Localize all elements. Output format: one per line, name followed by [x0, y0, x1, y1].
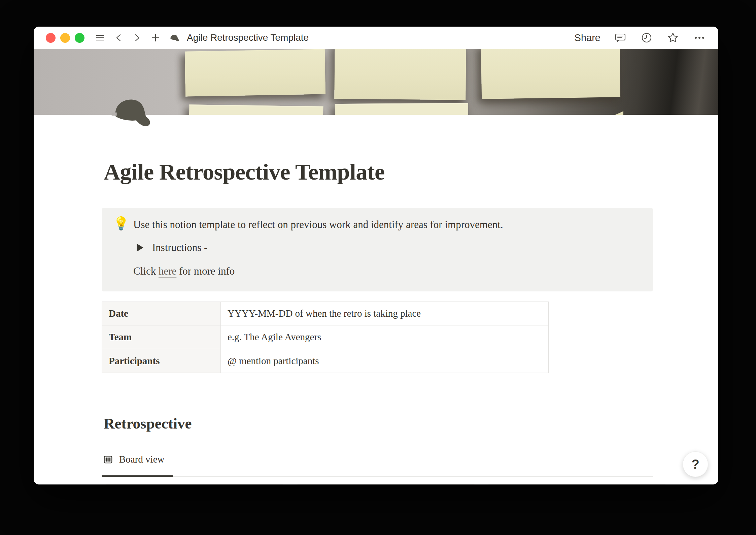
sticky-note: [335, 103, 468, 115]
page-cap-icon[interactable]: [110, 96, 158, 128]
page-cap-icon-small: [169, 34, 181, 42]
link-line-prefix: Click: [133, 265, 156, 277]
section-heading: Retrospective: [104, 415, 192, 432]
instructions-toggle[interactable]: Instructions -: [137, 242, 207, 254]
table-row: Team e.g. The Agile Avengers: [102, 325, 548, 349]
hamburger-menu-icon[interactable]: [95, 32, 105, 43]
board-column: WHAT WENT RIGHT 2: [104, 484, 285, 484]
link-line-suffix: for more info: [179, 265, 235, 277]
title-bar: Agile Retrospective Template Share: [34, 27, 718, 49]
board-view-icon: [103, 454, 113, 465]
notion-window: Agile Retrospective Template Share: [34, 27, 718, 484]
tab-divider: [102, 476, 653, 477]
traffic-lights: [46, 33, 84, 43]
lightbulb-icon: 💡: [113, 216, 129, 231]
table-value-cell[interactable]: @ mention participants: [221, 349, 548, 373]
tab-board-view[interactable]: Board view: [103, 454, 165, 465]
here-link[interactable]: here: [159, 265, 176, 277]
forward-icon[interactable]: [132, 32, 142, 43]
info-table: Date YYYY-MM-DD of when the retro is tak…: [102, 302, 549, 373]
sticky-note: [189, 104, 323, 115]
new-tab-plus-icon[interactable]: [150, 32, 161, 43]
table-row: Participants @ mention participants: [102, 349, 548, 373]
sticky-note: [603, 110, 623, 115]
titlebar-actions: Share: [575, 31, 706, 44]
share-button[interactable]: Share: [575, 32, 600, 43]
sticky-note: [481, 49, 620, 99]
active-tab-underline: [102, 475, 173, 477]
table-value-cell[interactable]: e.g. The Agile Avengers: [221, 325, 548, 349]
comments-icon[interactable]: [614, 31, 627, 44]
table-label-cell[interactable]: Participants: [102, 349, 221, 373]
board-column: WHAT WENT WRONG 2: [295, 484, 477, 484]
table-row: Date YYYY-MM-DD of when the retro is tak…: [102, 302, 548, 325]
history-clock-icon[interactable]: [640, 31, 653, 44]
more-ellipsis-icon[interactable]: [693, 31, 706, 44]
table-label-cell[interactable]: Date: [102, 302, 221, 325]
table-label-cell[interactable]: Team: [102, 325, 221, 349]
table-value-cell[interactable]: YYYY-MM-DD of when the retro is taking p…: [221, 302, 548, 325]
toggle-triangle-icon: [137, 244, 143, 252]
back-icon[interactable]: [114, 32, 124, 43]
board-column: WHAT WE LEARNED 2: [486, 484, 668, 484]
zoom-window-button[interactable]: [75, 33, 84, 43]
board-view-label: Board view: [119, 454, 165, 465]
callout-link-line: Click here for more info: [133, 265, 235, 277]
toggle-label: Instructions -: [152, 242, 207, 254]
window-title: Agile Retrospective Template: [187, 32, 309, 43]
sticky-note: [185, 49, 325, 96]
close-window-button[interactable]: [46, 33, 56, 43]
page-title[interactable]: Agile Retrospective Template: [104, 159, 656, 185]
callout-block: 💡 Use this notion template to reflect on…: [102, 208, 653, 291]
favorite-star-icon[interactable]: [666, 31, 679, 44]
sticky-note: [334, 49, 466, 100]
minimize-window-button[interactable]: [60, 33, 70, 43]
help-button[interactable]: ?: [683, 451, 708, 477]
callout-text: Use this notion template to reflect on p…: [133, 219, 638, 231]
